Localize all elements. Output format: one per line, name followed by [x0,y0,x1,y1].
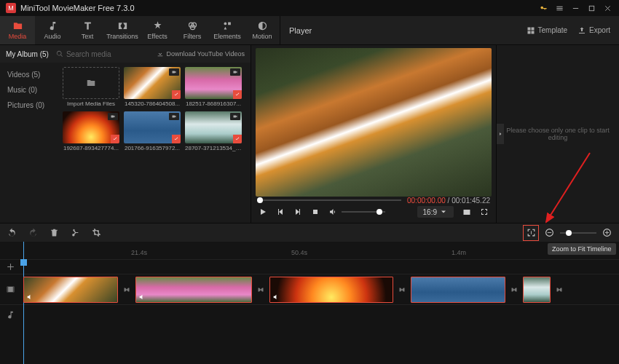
volume-icon[interactable] [328,207,337,216]
chevron-down-icon [439,207,448,216]
selected-check-icon [233,90,242,99]
menu-icon[interactable] [553,2,565,14]
timeline-tracks [0,259,619,325]
license-key-icon[interactable] [537,2,549,14]
selected-check-icon [172,90,181,99]
svg-rect-10 [527,31,530,33]
template-button[interactable]: Template [527,26,568,35]
timeline-clip[interactable] [135,277,252,303]
text-track[interactable] [0,259,619,274]
player-label: Player [289,26,312,35]
video-track[interactable] [0,274,619,304]
stop-button[interactable] [311,207,320,216]
media-thumb[interactable]: 145320-786404508... [124,67,181,107]
timeline-toolbar [0,223,619,242]
zoom-out-button[interactable] [545,228,554,237]
import-media-button[interactable]: Import Media Files [63,67,119,107]
media-thumb[interactable]: 201766-916357972... [124,111,181,151]
transition-slot[interactable] [396,284,408,296]
download-youtube-link[interactable]: Download YouTube Videos [157,50,245,58]
main-toolbar: Media Audio Text Transitions Effects Fil… [0,16,619,45]
zoom-slider[interactable] [560,232,596,234]
selected-check-icon [233,135,242,143]
timeline-ruler[interactable]: 21.4s 50.4s 1.4m [0,242,619,259]
tab-transitions[interactable]: Transitions [105,16,140,44]
preview-viewport[interactable] [256,48,492,197]
crop-button[interactable] [92,228,101,237]
elements-icon [222,20,233,31]
svg-rect-15 [173,116,176,118]
delete-button[interactable] [50,228,59,237]
zoom-fit-icon [527,228,536,237]
tab-audio[interactable]: Audio [35,16,70,44]
window-title: MiniTool MovieMaker Free 7.3.0 [20,4,533,12]
redo-button[interactable] [28,228,38,237]
fullscreen-button[interactable] [480,207,489,216]
svg-rect-16 [234,116,237,118]
svg-point-5 [224,23,226,25]
minimize-button[interactable] [569,2,581,14]
selected-check-icon [111,135,119,143]
tab-elements[interactable]: Elements [210,16,245,44]
prev-frame-button[interactable] [276,207,285,216]
transition-slot[interactable] [508,284,520,296]
svg-rect-6 [228,23,231,25]
svg-rect-29 [7,287,8,293]
split-button[interactable] [71,228,80,237]
media-thumb[interactable]: 192687-893427774... [63,111,119,151]
next-frame-button[interactable] [293,207,302,216]
folder-import-icon [84,78,98,88]
media-grid: Import Media Files 145320-786404508... 1… [60,63,251,223]
tab-media[interactable]: Media [0,16,35,44]
music-icon [47,20,58,31]
tab-filters[interactable]: Filters [175,16,210,44]
playhead[interactable] [23,242,24,364]
transition-slot[interactable] [121,284,133,296]
svg-rect-25 [607,231,607,234]
zoom-fit-button[interactable] [523,225,539,241]
volume-slider[interactable] [342,211,385,213]
export-button[interactable]: Export [577,26,610,35]
timeline-clip[interactable] [23,277,118,303]
search-input[interactable]: Search media [56,50,150,58]
titlebar: M MiniTool MovieMaker Free 7.3.0 [0,0,619,16]
media-thumb[interactable]: 182517-868916307... [185,67,242,107]
collapse-panel-button[interactable] [497,124,504,144]
zoom-in-button[interactable] [602,228,612,237]
tab-effects[interactable]: Effects [140,16,175,44]
scrub-bar[interactable]: 00:00:00.00 / 00:01:45.22 [256,197,492,204]
media-body: Videos (5) Music (0) Pictures (0) Import… [0,63,251,223]
text-icon [82,20,93,31]
aspect-ratio-select[interactable]: 16:9 [417,206,454,218]
selected-check-icon [172,135,181,143]
maximize-button[interactable] [586,2,597,14]
tab-motion[interactable]: Motion [245,16,280,44]
audio-track[interactable] [0,304,619,325]
media-thumb[interactable]: 28707-371213534_t... [185,111,242,151]
template-icon [527,26,535,35]
chevron-right-icon [498,130,502,138]
timeline-clip[interactable] [411,277,505,303]
snapshot-button[interactable] [462,207,471,216]
play-button[interactable] [259,207,267,216]
tab-text[interactable]: Text [70,16,105,44]
transition-slot[interactable] [255,284,267,296]
transitions-icon [117,20,128,31]
undo-button[interactable] [7,228,17,237]
svg-rect-9 [531,27,534,30]
close-button[interactable] [602,2,613,14]
transition-slot[interactable] [553,284,565,296]
cat-pictures[interactable]: Pictures (0) [0,98,60,113]
player-header: Player Template Export [280,16,619,44]
main-area: My Album (5) Search media Download YouTu… [0,45,619,223]
video-badge-icon [230,68,240,76]
album-label: My Album (5) [6,50,49,58]
timeline: 21.4s 50.4s 1.4m [0,242,619,364]
cat-videos[interactable]: Videos (5) [0,67,60,82]
cat-music[interactable]: Music (0) [0,82,60,98]
properties-panel: Please choose only one clip to start edi… [497,45,619,223]
download-icon [157,50,164,58]
timeline-clip[interactable] [269,277,393,303]
add-text-track-icon[interactable] [6,262,15,272]
timeline-clip[interactable] [523,277,551,303]
